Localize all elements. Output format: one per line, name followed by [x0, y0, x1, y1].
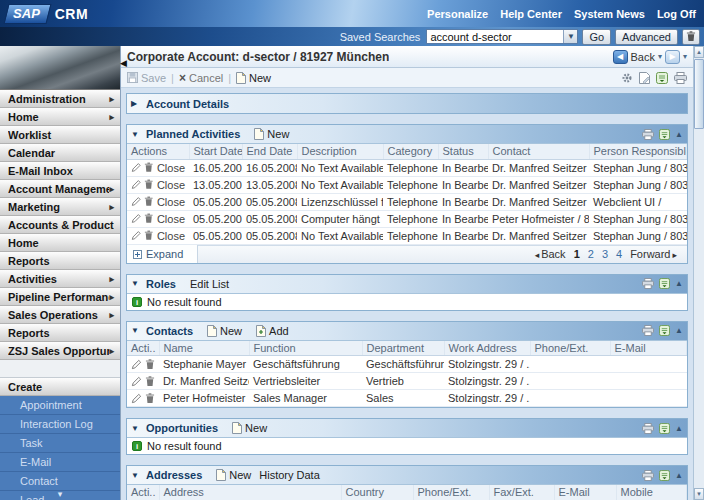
printer-icon[interactable] [642, 129, 654, 140]
sidebar-item-reports-2[interactable]: Reports [0, 324, 120, 342]
advanced-button[interactable]: Advanced [615, 29, 678, 45]
new-button[interactable]: New [236, 72, 271, 84]
saved-search-select[interactable]: account d-sector ▼ [426, 29, 578, 44]
delete-icon[interactable] [145, 376, 155, 387]
edit-page-icon[interactable] [639, 72, 650, 84]
addresses-new-button[interactable]: New [216, 469, 251, 481]
contacts-add-button[interactable]: Add [256, 325, 289, 337]
scrollbar-thumb[interactable] [694, 59, 704, 129]
sidebar-item-account-management[interactable]: Account Management [0, 180, 120, 198]
delete-icon[interactable] [144, 213, 153, 224]
export-spreadsheet-icon[interactable] [659, 423, 670, 434]
delete-search-button[interactable] [682, 29, 700, 45]
back-icon[interactable]: ◀ [613, 50, 628, 64]
export-spreadsheet-icon[interactable] [659, 325, 670, 336]
table-row[interactable]: Close 05.05.2008 05.05.2008 Lizenzschlüs… [127, 193, 687, 210]
sidebar-item-calendar[interactable]: Calendar [0, 144, 120, 162]
edit-icon[interactable] [131, 230, 141, 241]
sidebar-item-home-2[interactable]: Home [0, 234, 120, 252]
history-data-button[interactable]: History Data [259, 469, 320, 481]
edit-icon[interactable] [131, 213, 141, 224]
collapse-panel-icon[interactable]: ▲ [675, 279, 683, 288]
expand-button[interactable]: Expand [127, 245, 198, 263]
edit-icon[interactable] [131, 179, 141, 190]
save-button[interactable]: Save [127, 72, 166, 84]
delete-icon[interactable] [145, 359, 155, 370]
table-row[interactable]: Stephanie Mayer Geschäftsführung Geschäf… [127, 356, 687, 373]
scrollbar-track[interactable] [694, 129, 704, 488]
settings-gear-icon[interactable] [621, 72, 633, 84]
link-help-center[interactable]: Help Center [500, 8, 562, 20]
sidebar-item-create[interactable]: Create [0, 378, 120, 396]
scroll-down-icon[interactable]: ▼ [694, 488, 704, 500]
page-forward-button[interactable]: Forward [630, 248, 677, 260]
sidebar-item-worklist[interactable]: Worklist [0, 126, 120, 144]
create-item-lead[interactable]: Lead [0, 491, 120, 500]
sidebar-item-marketing[interactable]: Marketing [0, 198, 120, 216]
back-button[interactable]: Back [631, 51, 655, 63]
printer-icon[interactable] [674, 72, 687, 84]
close-link[interactable]: Close [157, 213, 185, 225]
table-row[interactable]: Close 16.05.2008 16.05.2008 No Text Avai… [127, 159, 687, 176]
delete-icon[interactable] [145, 393, 155, 404]
table-row[interactable]: Peter Hofmeister Sales Manager Sales Sto… [127, 390, 687, 407]
edit-icon[interactable] [131, 162, 141, 173]
collapse-panel-icon[interactable]: ▲ [675, 130, 683, 139]
back-history-caret-icon[interactable]: ▾ [658, 52, 662, 61]
delete-icon[interactable] [144, 179, 153, 190]
export-spreadsheet-icon[interactable] [659, 129, 670, 140]
collapse-down-icon[interactable]: ▼ [131, 279, 140, 288]
create-item-interaction-log[interactable]: Interaction Log [0, 415, 120, 434]
planned-new-button[interactable]: New [254, 128, 289, 140]
create-item-email[interactable]: E-Mail [0, 453, 120, 472]
table-row[interactable]: Close 05.05.2008 05.05.2008 Computer hän… [127, 210, 687, 227]
collapse-down-icon[interactable]: ▼ [131, 424, 140, 433]
opportunities-new-button[interactable]: New [232, 422, 267, 434]
edit-list-button[interactable]: Edit List [190, 278, 229, 290]
sidebar-item-zsj-sales-opportunities[interactable]: ZSJ Sales Opportunities [0, 342, 120, 360]
contacts-new-button[interactable]: New [207, 325, 242, 337]
sidebar-item-pipeline-performance[interactable]: Pipeline Performance [0, 288, 120, 306]
link-system-news[interactable]: System News [574, 8, 645, 20]
page-4[interactable]: 4 [616, 248, 622, 260]
edit-icon[interactable] [131, 393, 142, 404]
edit-icon[interactable] [131, 196, 141, 207]
sidebar-item-email-inbox[interactable]: E-Mail Inbox [0, 162, 120, 180]
sidebar-item-reports[interactable]: Reports [0, 252, 120, 270]
create-item-contact[interactable]: Contact [0, 472, 120, 491]
collapse-down-icon[interactable]: ▼ [131, 130, 140, 139]
printer-icon[interactable] [642, 423, 654, 434]
delete-icon[interactable] [144, 162, 153, 173]
close-link[interactable]: Close [157, 196, 185, 208]
create-item-task[interactable]: Task [0, 434, 120, 453]
sidebar-item-home[interactable]: Home [0, 108, 120, 126]
sidebar-item-administration[interactable]: Administration [0, 90, 120, 108]
expand-right-icon[interactable]: ▶ [131, 99, 140, 108]
scroll-up-icon[interactable]: ▲ [694, 46, 704, 58]
printer-icon[interactable] [642, 325, 654, 336]
forward-history-caret-icon[interactable]: ▾ [683, 52, 687, 61]
table-row[interactable]: Close 13.05.2008 13.05.2008 No Text Avai… [127, 176, 687, 193]
delete-icon[interactable] [144, 196, 153, 207]
collapse-panel-icon[interactable]: ▲ [675, 326, 683, 335]
collapse-panel-icon[interactable]: ▲ [675, 471, 683, 480]
page-back-button[interactable]: Back [535, 248, 566, 260]
collapse-down-icon[interactable]: ▼ [131, 326, 140, 335]
export-spreadsheet-icon[interactable] [659, 278, 670, 289]
sidebar-item-accounts-products[interactable]: Accounts & Products [0, 216, 120, 234]
printer-icon[interactable] [642, 278, 654, 289]
create-item-appointment[interactable]: Appointment [0, 396, 120, 415]
export-spreadsheet-icon[interactable] [656, 72, 668, 84]
close-link[interactable]: Close [157, 179, 185, 191]
collapse-panel-icon[interactable]: ▲ [675, 424, 683, 433]
delete-icon[interactable] [144, 230, 153, 241]
chevron-down-icon[interactable]: ▼ [563, 30, 577, 43]
collapse-down-icon[interactable]: ▼ [131, 471, 140, 480]
page-3[interactable]: 3 [602, 248, 608, 260]
printer-icon[interactable] [642, 470, 654, 481]
cancel-button[interactable]: × Cancel [179, 72, 223, 84]
close-link[interactable]: Close [157, 162, 185, 174]
page-1[interactable]: 1 [574, 248, 580, 260]
forward-icon[interactable]: ▶ [665, 50, 680, 64]
link-personalize[interactable]: Personalize [427, 8, 488, 20]
